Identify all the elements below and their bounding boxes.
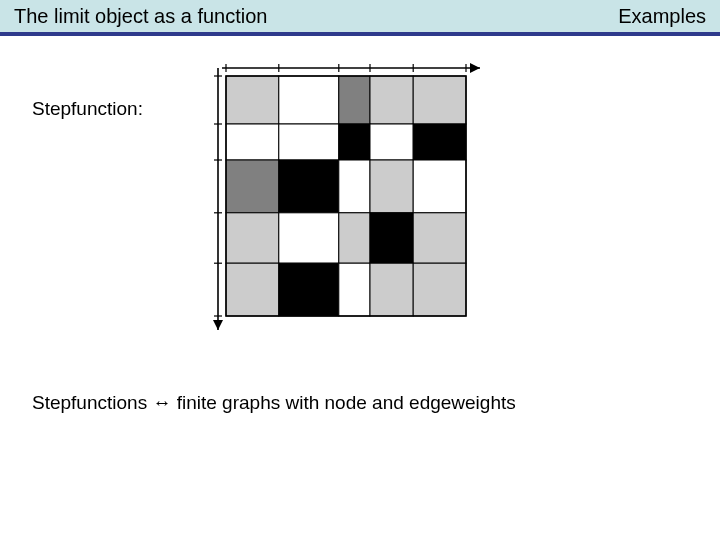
svg-rect-11 <box>279 160 339 213</box>
svg-rect-18 <box>370 213 413 263</box>
svg-rect-19 <box>413 213 466 263</box>
svg-rect-23 <box>370 263 413 316</box>
svg-rect-20 <box>226 263 279 316</box>
stepfunction-heatmap <box>196 54 496 344</box>
stepfunction-label: Stepfunction: <box>32 98 143 120</box>
svg-rect-22 <box>339 263 370 316</box>
svg-rect-4 <box>413 76 466 124</box>
svg-rect-5 <box>226 124 279 160</box>
slide-body: Stepfunction: Stepfunctions ↔ finite gra… <box>0 36 720 536</box>
svg-rect-15 <box>226 213 279 263</box>
heatmap-svg <box>196 54 496 344</box>
slide-header: The limit object as a function Examples <box>0 0 720 36</box>
svg-rect-14 <box>413 160 466 213</box>
svg-rect-9 <box>413 124 466 160</box>
svg-rect-17 <box>339 213 370 263</box>
svg-rect-3 <box>370 76 413 124</box>
slide-title-left: The limit object as a function <box>14 5 267 28</box>
stepfunction-statement: Stepfunctions ↔ finite graphs with node … <box>32 392 516 414</box>
svg-rect-16 <box>279 213 339 263</box>
svg-rect-7 <box>339 124 370 160</box>
svg-rect-6 <box>279 124 339 160</box>
svg-rect-1 <box>279 76 339 124</box>
svg-rect-2 <box>339 76 370 124</box>
svg-marker-29 <box>213 320 223 330</box>
svg-rect-24 <box>413 263 466 316</box>
svg-rect-0 <box>226 76 279 124</box>
svg-rect-12 <box>339 160 370 213</box>
svg-rect-10 <box>226 160 279 213</box>
svg-marker-27 <box>470 63 480 73</box>
svg-rect-8 <box>370 124 413 160</box>
svg-rect-13 <box>370 160 413 213</box>
svg-rect-21 <box>279 263 339 316</box>
slide-title-right: Examples <box>618 5 706 28</box>
